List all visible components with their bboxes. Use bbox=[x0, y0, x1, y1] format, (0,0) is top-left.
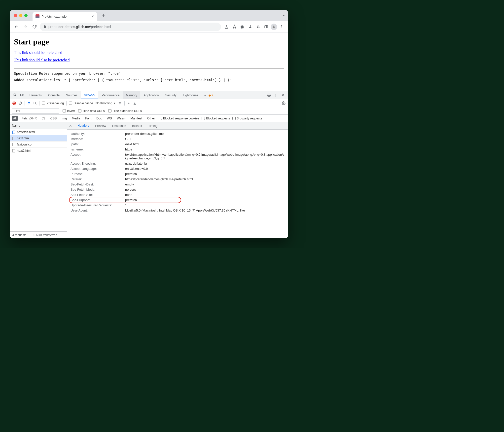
prefetch-link-1[interactable]: This link should be prefetched bbox=[14, 50, 62, 55]
header-value: Mozilla/5.0 (Macintosh; Intel Mac OS X 1… bbox=[125, 209, 285, 212]
filter-input[interactable] bbox=[12, 108, 59, 114]
header-value: 1 bbox=[125, 203, 285, 207]
new-tab-button[interactable]: + bbox=[102, 13, 105, 18]
record-button[interactable] bbox=[12, 102, 16, 105]
header-row: :authority:prerender-demos.glitch.me bbox=[67, 131, 288, 136]
warnings-badge[interactable]: ◆ 2 bbox=[209, 94, 213, 97]
panel-tab-security[interactable]: Security bbox=[162, 91, 180, 99]
header-value: en-US,en;q=0.9 bbox=[125, 167, 285, 171]
network-status-bar: 4 requests 5.6 kB transferred bbox=[10, 231, 67, 238]
browser-tab[interactable]: Prefetch example ✕ bbox=[33, 12, 97, 21]
blocked-cookies-checkbox[interactable]: Blocked response cookies bbox=[159, 117, 199, 120]
settings-icon[interactable] bbox=[266, 93, 272, 97]
invert-checkbox[interactable]: Invert bbox=[63, 109, 75, 113]
lock-icon bbox=[43, 25, 46, 28]
panel-tab-performance[interactable]: Performance bbox=[99, 91, 123, 99]
type-filter-media[interactable]: Media bbox=[71, 116, 81, 121]
type-filter-manifest[interactable]: Manifest bbox=[129, 116, 144, 121]
close-window[interactable] bbox=[14, 14, 17, 17]
panel-tab-elements[interactable]: Elements bbox=[26, 91, 45, 99]
request-row[interactable]: next2.html bbox=[10, 148, 67, 154]
type-filter-fetch-xhr[interactable]: Fetch/XHR bbox=[20, 116, 38, 121]
transfer-size: 5.6 kB transferred bbox=[34, 233, 57, 237]
header-key: Referer: bbox=[71, 177, 125, 181]
type-filter-font[interactable]: Font bbox=[84, 116, 93, 121]
filter-icon[interactable] bbox=[27, 102, 31, 105]
name-column-header[interactable]: Name bbox=[10, 122, 67, 129]
hide-extension-urls-checkbox[interactable]: Hide extension URLs bbox=[108, 109, 142, 113]
panel-tab-network[interactable]: Network bbox=[81, 91, 98, 99]
document-icon bbox=[12, 130, 15, 134]
svg-rect-4 bbox=[265, 25, 268, 28]
inspect-icon[interactable] bbox=[12, 93, 18, 97]
more-panels-icon[interactable]: » bbox=[202, 94, 208, 97]
import-har-icon[interactable] bbox=[127, 102, 131, 105]
type-filter-other[interactable]: Other bbox=[146, 116, 156, 121]
forward-button[interactable] bbox=[22, 23, 29, 30]
search-icon[interactable] bbox=[33, 102, 37, 105]
type-filter-css[interactable]: CSS bbox=[49, 116, 58, 121]
panel-tab-sources[interactable]: Sources bbox=[63, 91, 80, 99]
device-toggle-icon[interactable] bbox=[19, 93, 25, 97]
headers-list[interactable]: :authority:prerender-demos.glitch.me:met… bbox=[67, 130, 288, 238]
detail-tab-response[interactable]: Response bbox=[110, 122, 129, 129]
header-key: :method: bbox=[71, 137, 125, 141]
extensions-icon[interactable] bbox=[239, 23, 246, 30]
header-row: Accept:text/html,application/xhtml+xml,a… bbox=[67, 152, 288, 161]
request-row[interactable]: next.html bbox=[10, 135, 67, 142]
header-row: Upgrade-Insecure-Requests:1 bbox=[67, 203, 288, 208]
side-panel-icon[interactable] bbox=[263, 23, 270, 30]
disable-cache-checkbox[interactable]: Disable cache bbox=[69, 102, 93, 105]
close-devtools-icon[interactable]: ✕ bbox=[280, 93, 286, 97]
detail-tab-headers[interactable]: Headers bbox=[75, 122, 92, 129]
type-filter-all[interactable]: All bbox=[12, 116, 18, 121]
tabs-menu-button[interactable] bbox=[282, 14, 286, 17]
google-icon[interactable]: G bbox=[255, 23, 262, 30]
prefetch-link-2[interactable]: This link should also be prefetched bbox=[14, 58, 70, 62]
hide-data-urls-checkbox[interactable]: Hide data URLs bbox=[78, 109, 105, 113]
header-value: no-cors bbox=[125, 188, 285, 191]
type-filter-wasm[interactable]: Wasm bbox=[116, 116, 127, 121]
panel-tab-console[interactable]: Console bbox=[45, 91, 63, 99]
request-row[interactable]: favicon.ico bbox=[10, 142, 67, 148]
tab-strip: Prefetch example ✕ + bbox=[10, 10, 288, 21]
panel-tab-lighthouse[interactable]: Lighthouse bbox=[180, 91, 201, 99]
blocked-requests-checkbox[interactable]: Blocked requests bbox=[202, 117, 230, 120]
tab-title: Prefetch example bbox=[41, 15, 67, 18]
type-filter-doc[interactable]: Doc bbox=[95, 116, 103, 121]
profile-avatar[interactable] bbox=[271, 24, 277, 30]
menu-icon[interactable] bbox=[278, 23, 285, 30]
back-button[interactable] bbox=[13, 23, 20, 30]
kebab-icon[interactable] bbox=[273, 94, 279, 97]
third-party-checkbox[interactable]: 3rd-party requests bbox=[232, 117, 262, 120]
maximize-window[interactable] bbox=[24, 14, 28, 17]
throttling-select[interactable]: No throttling ▼ bbox=[96, 102, 115, 105]
detail-tab-timing[interactable]: Timing bbox=[146, 122, 160, 129]
preserve-log-checkbox[interactable]: Preserve log bbox=[42, 102, 64, 105]
panel-tab-application[interactable]: Application bbox=[141, 91, 162, 99]
header-row: :path:/next.html bbox=[67, 142, 288, 147]
panel-tab-memory[interactable]: Memory bbox=[123, 91, 140, 99]
share-icon[interactable] bbox=[223, 23, 230, 30]
network-main: Name prefetch.htmlnext.htmlfavicon.icone… bbox=[10, 122, 288, 238]
svg-rect-12 bbox=[23, 95, 24, 96]
requests-count: 4 requests bbox=[12, 233, 26, 237]
detail-tab-preview[interactable]: Preview bbox=[93, 122, 108, 129]
close-detail-icon[interactable]: ✕ bbox=[69, 124, 72, 128]
detail-tabs: ✕ HeadersPreviewResponseInitiatorTiming bbox=[67, 122, 288, 130]
export-har-icon[interactable] bbox=[133, 102, 137, 105]
type-filter-ws[interactable]: WS bbox=[106, 116, 113, 121]
detail-tab-initiator[interactable]: Initiator bbox=[130, 122, 145, 129]
close-tab-icon[interactable]: ✕ bbox=[91, 15, 94, 18]
request-row[interactable]: prefetch.html bbox=[10, 129, 67, 135]
network-conditions-icon[interactable] bbox=[118, 102, 122, 105]
labs-icon[interactable] bbox=[247, 23, 254, 30]
clear-button[interactable] bbox=[18, 101, 22, 105]
reload-button[interactable] bbox=[31, 23, 38, 30]
network-settings-icon[interactable] bbox=[282, 101, 286, 105]
bookmark-icon[interactable] bbox=[231, 23, 238, 30]
minimize-window[interactable] bbox=[19, 14, 22, 17]
address-bar[interactable]: prerender-demos.glitch.me/prefetch.html bbox=[40, 23, 221, 31]
type-filter-img[interactable]: Img bbox=[60, 116, 68, 121]
type-filter-js[interactable]: JS bbox=[40, 116, 47, 121]
